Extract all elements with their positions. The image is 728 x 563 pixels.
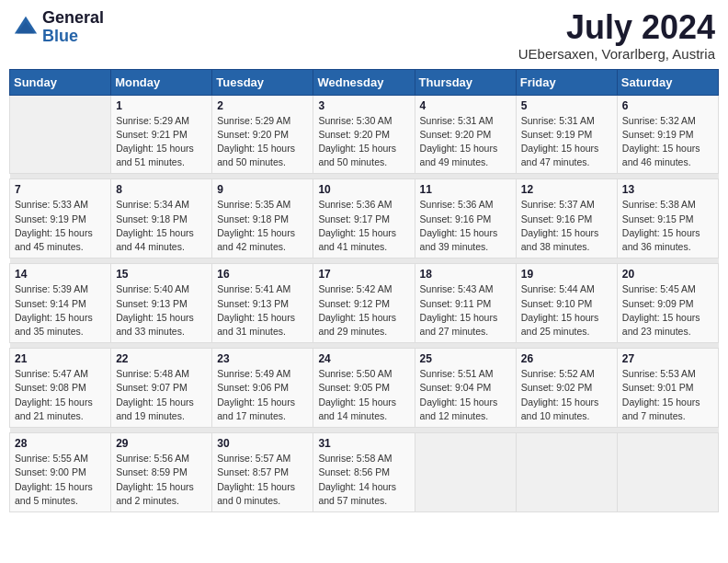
cell-info: Sunrise: 5:43 AM Sunset: 9:11 PM Dayligh… (420, 282, 511, 339)
day-number: 26 (521, 352, 612, 365)
cell-info: Sunrise: 5:37 AM Sunset: 9:16 PM Dayligh… (521, 198, 612, 254)
calendar-cell (415, 433, 516, 512)
day-number: 14 (15, 268, 106, 281)
calendar-cell: 10Sunrise: 5:36 AM Sunset: 9:17 PM Dayli… (313, 179, 415, 259)
day-number: 2 (217, 99, 308, 112)
calendar-cell: 12Sunrise: 5:37 AM Sunset: 9:16 PM Dayli… (516, 179, 617, 259)
cell-info: Sunrise: 5:47 AM Sunset: 9:08 PM Dayligh… (15, 367, 106, 423)
cell-info: Sunrise: 5:36 AM Sunset: 9:16 PM Dayligh… (420, 198, 511, 254)
cell-info: Sunrise: 5:58 AM Sunset: 8:56 PM Dayligh… (318, 452, 409, 508)
calendar-cell: 31Sunrise: 5:58 AM Sunset: 8:56 PM Dayli… (313, 433, 415, 512)
cell-info: Sunrise: 5:53 AM Sunset: 9:01 PM Dayligh… (622, 367, 713, 423)
day-number: 16 (217, 268, 308, 281)
day-number: 4 (420, 99, 511, 112)
day-number: 12 (521, 183, 612, 196)
location-subtitle: UEbersaxen, Vorarlberg, Austria (518, 46, 715, 62)
cell-info: Sunrise: 5:45 AM Sunset: 9:09 PM Dayligh… (622, 282, 713, 339)
cell-info: Sunrise: 5:40 AM Sunset: 9:13 PM Dayligh… (116, 282, 207, 339)
day-number: 7 (15, 183, 106, 196)
day-number: 15 (116, 268, 207, 281)
day-number: 18 (420, 268, 511, 281)
weekday-header-friday: Friday (516, 69, 617, 95)
day-number: 13 (622, 183, 713, 196)
title-block: July 2024 UEbersaxen, Vorarlberg, Austri… (518, 9, 715, 62)
calendar-table: SundayMondayTuesdayWednesdayThursdayFrid… (9, 69, 719, 512)
calendar-week-row: 7Sunrise: 5:33 AM Sunset: 9:19 PM Daylig… (10, 179, 719, 259)
calendar-cell: 27Sunrise: 5:53 AM Sunset: 9:01 PM Dayli… (617, 349, 718, 428)
calendar-cell: 26Sunrise: 5:52 AM Sunset: 9:02 PM Dayli… (516, 349, 617, 428)
logo-general-text: General (42, 9, 104, 28)
calendar-cell: 17Sunrise: 5:42 AM Sunset: 9:12 PM Dayli… (313, 264, 415, 343)
day-number: 23 (217, 352, 308, 365)
cell-info: Sunrise: 5:56 AM Sunset: 8:59 PM Dayligh… (116, 452, 207, 508)
day-number: 27 (622, 352, 713, 365)
calendar-cell: 14Sunrise: 5:39 AM Sunset: 9:14 PM Dayli… (10, 264, 111, 343)
cell-info: Sunrise: 5:36 AM Sunset: 9:17 PM Dayligh… (318, 198, 409, 254)
cell-info: Sunrise: 5:29 AM Sunset: 9:21 PM Dayligh… (116, 114, 207, 170)
weekday-header-row: SundayMondayTuesdayWednesdayThursdayFrid… (10, 69, 719, 95)
calendar-cell: 8Sunrise: 5:34 AM Sunset: 9:18 PM Daylig… (111, 179, 212, 259)
day-number: 11 (420, 183, 511, 196)
calendar-cell (617, 433, 718, 512)
calendar-cell: 29Sunrise: 5:56 AM Sunset: 8:59 PM Dayli… (111, 433, 212, 512)
cell-info: Sunrise: 5:44 AM Sunset: 9:10 PM Dayligh… (521, 282, 612, 339)
calendar-week-row: 21Sunrise: 5:47 AM Sunset: 9:08 PM Dayli… (10, 349, 719, 428)
calendar-cell: 1Sunrise: 5:29 AM Sunset: 9:21 PM Daylig… (111, 95, 212, 174)
calendar-week-row: 14Sunrise: 5:39 AM Sunset: 9:14 PM Dayli… (10, 264, 719, 343)
calendar-cell: 9Sunrise: 5:35 AM Sunset: 9:18 PM Daylig… (212, 179, 313, 259)
cell-info: Sunrise: 5:51 AM Sunset: 9:04 PM Dayligh… (420, 367, 511, 423)
day-number: 28 (15, 437, 106, 450)
calendar-cell: 21Sunrise: 5:47 AM Sunset: 9:08 PM Dayli… (10, 349, 111, 428)
weekday-header-saturday: Saturday (617, 69, 718, 95)
logo: General Blue (13, 9, 104, 46)
calendar-cell: 4Sunrise: 5:31 AM Sunset: 9:20 PM Daylig… (415, 95, 516, 174)
calendar-cell: 30Sunrise: 5:57 AM Sunset: 8:57 PM Dayli… (212, 433, 313, 512)
calendar-cell: 5Sunrise: 5:31 AM Sunset: 9:19 PM Daylig… (516, 95, 617, 174)
day-number: 30 (217, 437, 308, 450)
calendar-cell: 11Sunrise: 5:36 AM Sunset: 9:16 PM Dayli… (415, 179, 516, 259)
cell-info: Sunrise: 5:42 AM Sunset: 9:12 PM Dayligh… (318, 282, 409, 339)
calendar-cell: 13Sunrise: 5:38 AM Sunset: 9:15 PM Dayli… (617, 179, 718, 259)
calendar-cell: 28Sunrise: 5:55 AM Sunset: 9:00 PM Dayli… (10, 433, 111, 512)
calendar-cell: 19Sunrise: 5:44 AM Sunset: 9:10 PM Dayli… (516, 264, 617, 343)
day-number: 10 (318, 183, 409, 196)
calendar-week-row: 1Sunrise: 5:29 AM Sunset: 9:21 PM Daylig… (10, 95, 719, 174)
day-number: 21 (15, 352, 106, 365)
cell-info: Sunrise: 5:41 AM Sunset: 9:13 PM Dayligh… (217, 282, 308, 339)
cell-info: Sunrise: 5:29 AM Sunset: 9:20 PM Dayligh… (217, 114, 308, 170)
day-number: 17 (318, 268, 409, 281)
weekday-header-sunday: Sunday (10, 69, 111, 95)
logo-icon (13, 15, 39, 40)
cell-info: Sunrise: 5:52 AM Sunset: 9:02 PM Dayligh… (521, 367, 612, 423)
cell-info: Sunrise: 5:49 AM Sunset: 9:06 PM Dayligh… (217, 367, 308, 423)
month-year-title: July 2024 (518, 9, 715, 46)
cell-info: Sunrise: 5:38 AM Sunset: 9:15 PM Dayligh… (622, 198, 713, 254)
day-number: 3 (318, 99, 409, 112)
weekday-header-monday: Monday (111, 69, 212, 95)
cell-info: Sunrise: 5:50 AM Sunset: 9:05 PM Dayligh… (318, 367, 409, 423)
calendar-cell: 25Sunrise: 5:51 AM Sunset: 9:04 PM Dayli… (415, 349, 516, 428)
day-number: 25 (420, 352, 511, 365)
cell-info: Sunrise: 5:34 AM Sunset: 9:18 PM Dayligh… (116, 198, 207, 254)
calendar-cell: 20Sunrise: 5:45 AM Sunset: 9:09 PM Dayli… (617, 264, 718, 343)
calendar-cell: 18Sunrise: 5:43 AM Sunset: 9:11 PM Dayli… (415, 264, 516, 343)
day-number: 1 (116, 99, 207, 112)
day-number: 29 (116, 437, 207, 450)
calendar-cell: 22Sunrise: 5:48 AM Sunset: 9:07 PM Dayli… (111, 349, 212, 428)
cell-info: Sunrise: 5:32 AM Sunset: 9:19 PM Dayligh… (622, 114, 713, 170)
cell-info: Sunrise: 5:39 AM Sunset: 9:14 PM Dayligh… (15, 282, 106, 339)
calendar-cell: 3Sunrise: 5:30 AM Sunset: 9:20 PM Daylig… (313, 95, 415, 174)
cell-info: Sunrise: 5:57 AM Sunset: 8:57 PM Dayligh… (217, 452, 308, 508)
day-number: 20 (622, 268, 713, 281)
calendar-cell: 23Sunrise: 5:49 AM Sunset: 9:06 PM Dayli… (212, 349, 313, 428)
day-number: 9 (217, 183, 308, 196)
day-number: 5 (521, 99, 612, 112)
calendar-cell: 2Sunrise: 5:29 AM Sunset: 9:20 PM Daylig… (212, 95, 313, 174)
day-number: 8 (116, 183, 207, 196)
calendar-cell: 24Sunrise: 5:50 AM Sunset: 9:05 PM Dayli… (313, 349, 415, 428)
calendar-cell: 7Sunrise: 5:33 AM Sunset: 9:19 PM Daylig… (10, 179, 111, 259)
calendar-cell: 15Sunrise: 5:40 AM Sunset: 9:13 PM Dayli… (111, 264, 212, 343)
cell-info: Sunrise: 5:55 AM Sunset: 9:00 PM Dayligh… (15, 452, 106, 508)
logo-blue-text: Blue (42, 28, 104, 46)
cell-info: Sunrise: 5:31 AM Sunset: 9:19 PM Dayligh… (521, 114, 612, 170)
